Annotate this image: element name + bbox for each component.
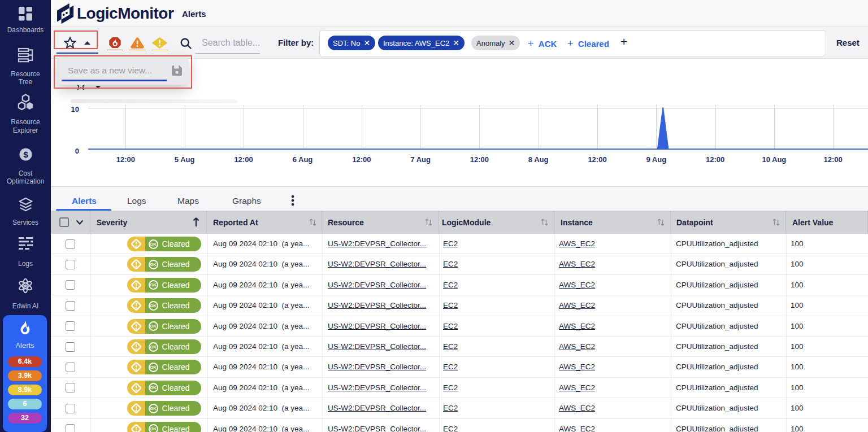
svg-text:$: $ bbox=[23, 150, 28, 159]
